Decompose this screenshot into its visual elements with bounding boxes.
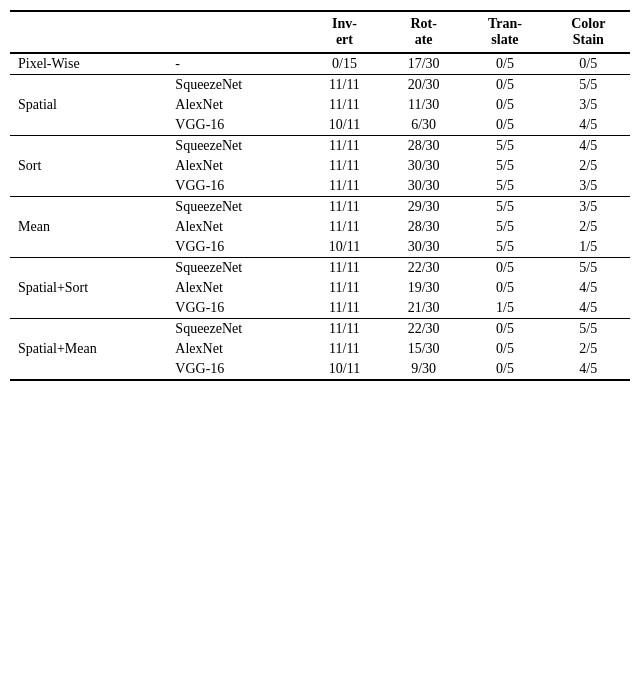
colorstain-cell: 2/5 xyxy=(547,156,631,176)
network-cell: VGG-16 xyxy=(167,176,305,197)
colorstain-cell: 3/5 xyxy=(547,95,631,115)
invert-cell: 11/11 xyxy=(305,278,384,298)
network-cell: VGG-16 xyxy=(167,298,305,319)
header-translate: Tran-slate xyxy=(463,11,546,53)
rotate-cell: 15/30 xyxy=(384,339,464,359)
invert-cell: 11/11 xyxy=(305,136,384,157)
table-row: Spatial SqueezeNet 11/11 20/30 0/5 5/5 xyxy=(10,75,630,96)
network-cell: AlexNet xyxy=(167,217,305,237)
network-cell: SqueezeNet xyxy=(167,258,305,279)
invert-cell: 11/11 xyxy=(305,75,384,96)
group-method-4: Spatial+Mean xyxy=(10,319,167,381)
header-method xyxy=(10,11,167,53)
pixel-wise-method: Pixel-Wise xyxy=(10,53,167,75)
group-method-0: Spatial xyxy=(10,75,167,136)
pixel-wise-translate: 0/5 xyxy=(463,53,546,75)
colorstain-cell: 2/5 xyxy=(547,339,631,359)
translate-cell: 5/5 xyxy=(463,237,546,258)
rotate-cell: 30/30 xyxy=(384,156,464,176)
translate-cell: 0/5 xyxy=(463,95,546,115)
colorstain-cell: 4/5 xyxy=(547,298,631,319)
invert-cell: 11/11 xyxy=(305,95,384,115)
network-cell: VGG-16 xyxy=(167,359,305,380)
network-cell: SqueezeNet xyxy=(167,319,305,340)
group-method-2: Mean xyxy=(10,197,167,258)
results-table: Inv-ert Rot-ate Tran-slate ColorStain Pi… xyxy=(10,10,630,381)
table-row: Sort SqueezeNet 11/11 28/30 5/5 4/5 xyxy=(10,136,630,157)
pixel-wise-invert: 0/15 xyxy=(305,53,384,75)
invert-cell: 10/11 xyxy=(305,237,384,258)
rotate-cell: 6/30 xyxy=(384,115,464,136)
invert-cell: 11/11 xyxy=(305,339,384,359)
translate-cell: 5/5 xyxy=(463,136,546,157)
network-cell: VGG-16 xyxy=(167,115,305,136)
translate-cell: 5/5 xyxy=(463,156,546,176)
invert-cell: 11/11 xyxy=(305,298,384,319)
invert-cell: 11/11 xyxy=(305,156,384,176)
network-cell: SqueezeNet xyxy=(167,197,305,218)
rotate-cell: 28/30 xyxy=(384,136,464,157)
network-cell: AlexNet xyxy=(167,95,305,115)
rotate-cell: 19/30 xyxy=(384,278,464,298)
colorstain-cell: 3/5 xyxy=(547,197,631,218)
rotate-cell: 28/30 xyxy=(384,217,464,237)
header-invert: Inv-ert xyxy=(305,11,384,53)
rotate-cell: 22/30 xyxy=(384,258,464,279)
colorstain-cell: 1/5 xyxy=(547,237,631,258)
colorstain-cell: 4/5 xyxy=(547,278,631,298)
pixel-wise-colorstain: 0/5 xyxy=(547,53,631,75)
table-header-row: Inv-ert Rot-ate Tran-slate ColorStain xyxy=(10,11,630,53)
network-cell: AlexNet xyxy=(167,278,305,298)
pixel-wise-rotate: 17/30 xyxy=(384,53,464,75)
header-rotate: Rot-ate xyxy=(384,11,464,53)
rotate-cell: 30/30 xyxy=(384,237,464,258)
translate-cell: 0/5 xyxy=(463,75,546,96)
header-colorstain: ColorStain xyxy=(547,11,631,53)
translate-cell: 0/5 xyxy=(463,359,546,380)
invert-cell: 11/11 xyxy=(305,258,384,279)
colorstain-cell: 4/5 xyxy=(547,136,631,157)
translate-cell: 0/5 xyxy=(463,278,546,298)
pixel-wise-network: - xyxy=(167,53,305,75)
network-cell: AlexNet xyxy=(167,156,305,176)
colorstain-cell: 5/5 xyxy=(547,319,631,340)
group-method-3: Spatial+Sort xyxy=(10,258,167,319)
table-row: Spatial+Sort SqueezeNet 11/11 22/30 0/5 … xyxy=(10,258,630,279)
invert-cell: 10/11 xyxy=(305,115,384,136)
translate-cell: 5/5 xyxy=(463,176,546,197)
network-cell: VGG-16 xyxy=(167,237,305,258)
invert-cell: 11/11 xyxy=(305,319,384,340)
translate-cell: 0/5 xyxy=(463,339,546,359)
rotate-cell: 22/30 xyxy=(384,319,464,340)
network-cell: SqueezeNet xyxy=(167,136,305,157)
pixel-wise-row: Pixel-Wise - 0/15 17/30 0/5 0/5 xyxy=(10,53,630,75)
invert-cell: 11/11 xyxy=(305,176,384,197)
table-container: Inv-ert Rot-ate Tran-slate ColorStain Pi… xyxy=(10,10,630,381)
rotate-cell: 11/30 xyxy=(384,95,464,115)
colorstain-cell: 3/5 xyxy=(547,176,631,197)
invert-cell: 11/11 xyxy=(305,217,384,237)
translate-cell: 5/5 xyxy=(463,217,546,237)
group-method-1: Sort xyxy=(10,136,167,197)
colorstain-cell: 4/5 xyxy=(547,359,631,380)
colorstain-cell: 4/5 xyxy=(547,115,631,136)
table-row: Spatial+Mean SqueezeNet 11/11 22/30 0/5 … xyxy=(10,319,630,340)
translate-cell: 0/5 xyxy=(463,258,546,279)
table-row: Mean SqueezeNet 11/11 29/30 5/5 3/5 xyxy=(10,197,630,218)
rotate-cell: 30/30 xyxy=(384,176,464,197)
rotate-cell: 9/30 xyxy=(384,359,464,380)
network-cell: SqueezeNet xyxy=(167,75,305,96)
colorstain-cell: 5/5 xyxy=(547,75,631,96)
translate-cell: 0/5 xyxy=(463,115,546,136)
translate-cell: 1/5 xyxy=(463,298,546,319)
invert-cell: 11/11 xyxy=(305,197,384,218)
rotate-cell: 20/30 xyxy=(384,75,464,96)
network-cell: AlexNet xyxy=(167,339,305,359)
colorstain-cell: 5/5 xyxy=(547,258,631,279)
colorstain-cell: 2/5 xyxy=(547,217,631,237)
rotate-cell: 29/30 xyxy=(384,197,464,218)
header-network xyxy=(167,11,305,53)
rotate-cell: 21/30 xyxy=(384,298,464,319)
translate-cell: 5/5 xyxy=(463,197,546,218)
invert-cell: 10/11 xyxy=(305,359,384,380)
